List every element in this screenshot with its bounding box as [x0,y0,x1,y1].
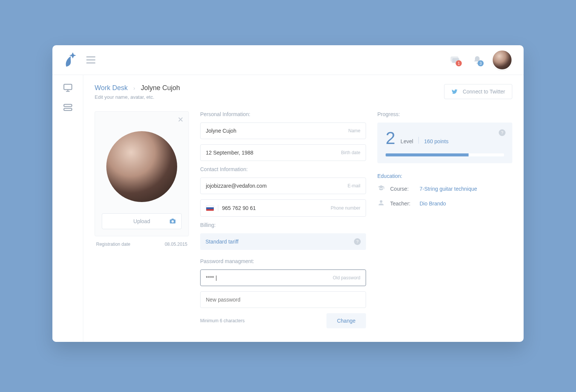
topbar: 1 3 [52,45,524,75]
monitor-icon [63,83,73,93]
password-section-label: Password managment: [200,258,366,264]
close-icon [178,117,183,122]
education-section-label: Education: [377,173,512,179]
teacher-row: Teacher: Dio Brando [377,199,512,208]
main-content: Work Desk › Jolyne Cujoh Edit your name,… [83,75,524,342]
new-password-field[interactable] [200,291,366,308]
name-input[interactable] [206,128,345,134]
personal-section-label: Personal Information: [200,111,366,117]
billing-section-label: Billing: [200,222,366,228]
notifications-button[interactable]: 3 [470,53,484,67]
camera-icon [169,217,176,225]
teacher-label: Teacher: [390,201,414,207]
form-column: Personal Information: Name Birth date Co… [200,111,366,328]
level-number: 2 [386,129,395,147]
course-label: Course: [390,186,414,192]
upload-avatar-button[interactable]: Upload [102,213,182,229]
svg-rect-1 [64,104,72,107]
contact-section-label: Contact Information: [200,166,366,172]
body: Work Desk › Jolyne Cujoh Edit your name,… [52,75,524,342]
chevron-right-icon: › [133,85,135,91]
logo [60,51,79,69]
course-row: Course: 7-String guitar technique [377,184,512,193]
birthdate-field[interactable]: Birth date [200,144,366,161]
teacher-icon [377,199,385,208]
svg-rect-0 [64,84,72,90]
rows-icon [63,102,73,113]
app-window: 1 3 [52,45,524,342]
billing-help-icon[interactable]: ? [354,238,361,245]
phone-input[interactable] [222,205,327,211]
birthdate-hint: Birth date [341,150,360,155]
level-label: Level [401,138,413,144]
birthdate-input[interactable] [206,150,337,156]
logo-icon [62,52,77,68]
registration-date: 08.05.2015 [165,242,187,247]
sidebar-item-list[interactable] [63,102,73,113]
progress-bar [386,153,504,156]
breadcrumb: Work Desk › Jolyne Cujoh [95,84,180,92]
sidebar [52,75,83,342]
registration-label: Registration date [96,242,130,247]
progress-section-label: Progress: [377,111,512,117]
page-subtitle: Edit your name, avatar, etc. [95,94,180,100]
name-field[interactable]: Name [200,122,366,139]
connect-twitter-button[interactable]: Connect to Twitter [444,84,512,99]
old-password-input[interactable] [206,275,329,281]
change-password-button[interactable]: Change [326,313,366,328]
progress-help-icon[interactable]: ? [499,129,506,136]
tariff-value: Standard tariff [205,239,239,245]
course-icon [377,184,385,193]
messages-badge: 1 [456,60,462,66]
menu-toggle-button[interactable] [86,57,95,63]
phone-field[interactable]: Phone number [200,199,366,217]
email-hint: E-mail [348,183,360,188]
new-password-input[interactable] [206,297,360,303]
old-password-hint: Old password [333,275,360,280]
email-field[interactable]: E-mail [200,178,366,194]
name-hint: Name [348,128,360,133]
sidebar-item-desktop[interactable] [63,83,73,93]
messages-button[interactable]: 1 [448,53,463,67]
notifications-badge: 3 [478,60,484,66]
user-avatar-small[interactable] [492,50,512,70]
breadcrumb-root[interactable]: Work Desk [95,84,128,92]
progress-fill [386,153,469,156]
phone-hint: Phone number [331,205,360,211]
russia-flag-icon [206,205,214,211]
breadcrumb-current: Jolyne Cujoh [141,84,180,92]
teacher-value[interactable]: Dio Brando [420,201,446,207]
twitter-icon [451,88,458,95]
old-password-field[interactable]: Old password [200,270,366,286]
progress-card: ? 2 Level 160 points [377,122,512,163]
billing-tariff-box[interactable]: Standard tariff ? [200,233,366,250]
points-value: 160 points [424,138,449,144]
svg-rect-2 [64,108,72,110]
info-column: Progress: ? 2 Level 160 points [377,111,512,328]
close-avatar-button[interactable] [178,117,183,124]
course-value[interactable]: 7-String guitar technique [420,186,477,192]
page-header: Work Desk › Jolyne Cujoh Edit your name,… [95,84,512,100]
avatar-column: Upload Registration date 08.05.2015 [95,111,189,328]
user-avatar-large [106,131,177,202]
registration-row: Registration date 08.05.2015 [95,236,189,247]
email-input[interactable] [206,183,344,189]
avatar-card: Upload [95,111,189,236]
password-min-hint: Minimum 6 characters [200,318,245,323]
